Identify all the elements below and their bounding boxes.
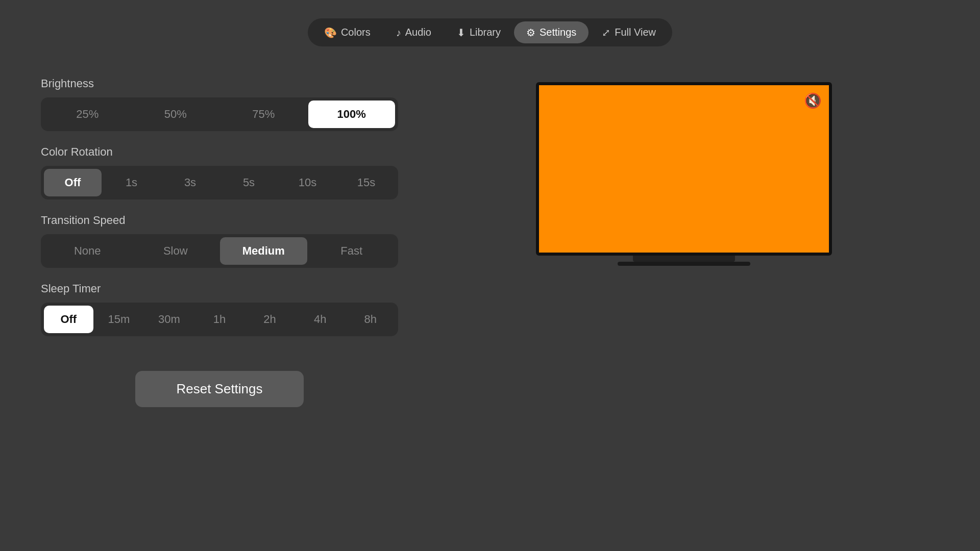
nav-item-fullview[interactable]: ⤢ Full View: [590, 21, 668, 43]
main-content: Brightness 25% 50% 75% 100% Color Rotati…: [0, 46, 980, 428]
audio-icon: ♪: [396, 28, 401, 38]
speed-medium[interactable]: Medium: [220, 237, 307, 265]
brightness-25[interactable]: 25%: [44, 101, 131, 128]
library-icon: ⬇: [457, 28, 465, 38]
nav-item-settings[interactable]: ⚙ Settings: [514, 21, 589, 43]
rotation-off[interactable]: Off: [44, 169, 102, 196]
tv-screen: 🔇: [536, 82, 832, 256]
sleep-timer-label: Sleep Timer: [41, 282, 398, 295]
tv-frame: 🔇: [536, 82, 832, 266]
reset-button-container: Reset Settings: [41, 371, 398, 407]
timer-15m[interactable]: 15m: [94, 306, 144, 333]
nav-pill-container: 🎨 Colors ♪ Audio ⬇ Library ⚙ Settings ⤢ …: [308, 18, 672, 46]
transition-speed-section: Transition Speed None Slow Medium Fast: [41, 214, 398, 268]
color-rotation-section: Color Rotation Off 1s 3s 5s 10s 15: [41, 145, 398, 199]
sleep-timer-section: Sleep Timer Off 15m 30m 1h 2h 4h: [41, 282, 398, 336]
nav-label-colors: Colors: [341, 27, 371, 38]
mute-icon: 🔇: [804, 92, 822, 109]
nav-item-audio[interactable]: ♪ Audio: [384, 21, 444, 43]
color-rotation-control: Off 1s 3s 5s 10s 15s: [41, 166, 398, 199]
brightness-50[interactable]: 50%: [132, 101, 219, 128]
speed-none[interactable]: None: [44, 237, 131, 265]
brightness-75[interactable]: 75%: [220, 101, 307, 128]
nav-label-settings: Settings: [540, 27, 576, 38]
tv-stand: [633, 256, 735, 262]
top-nav: 🎨 Colors ♪ Audio ⬇ Library ⚙ Settings ⤢ …: [0, 0, 980, 46]
transition-speed-control: None Slow Medium Fast: [41, 234, 398, 268]
nav-label-library: Library: [470, 27, 501, 38]
nav-item-colors[interactable]: 🎨 Colors: [312, 21, 383, 43]
nav-label-fullview: Full View: [615, 27, 656, 38]
rotation-1s[interactable]: 1s: [103, 169, 160, 196]
color-rotation-label: Color Rotation: [41, 145, 398, 159]
brightness-label: Brightness: [41, 77, 398, 90]
settings-panel: Brightness 25% 50% 75% 100% Color Rotati…: [41, 77, 398, 407]
rotation-15s[interactable]: 15s: [337, 169, 395, 196]
timer-30m[interactable]: 30m: [144, 306, 194, 333]
brightness-control: 25% 50% 75% 100%: [41, 97, 398, 131]
rotation-3s[interactable]: 3s: [161, 169, 219, 196]
timer-2h[interactable]: 2h: [245, 306, 295, 333]
nav-label-audio: Audio: [405, 27, 431, 38]
speed-slow[interactable]: Slow: [132, 237, 219, 265]
sleep-timer-control: Off 15m 30m 1h 2h 4h 8h: [41, 303, 398, 336]
fullview-icon: ⤢: [602, 28, 610, 38]
tv-base: [618, 262, 750, 266]
tv-preview-panel: 🔇: [429, 77, 939, 266]
timer-1h[interactable]: 1h: [195, 306, 244, 333]
rotation-10s[interactable]: 10s: [279, 169, 336, 196]
colors-icon: 🎨: [324, 28, 337, 38]
nav-item-library[interactable]: ⬇ Library: [445, 21, 513, 43]
brightness-section: Brightness 25% 50% 75% 100%: [41, 77, 398, 131]
brightness-100[interactable]: 100%: [308, 101, 396, 128]
rotation-5s[interactable]: 5s: [220, 169, 278, 196]
settings-icon: ⚙: [526, 28, 535, 38]
speed-fast[interactable]: Fast: [308, 237, 396, 265]
transition-speed-label: Transition Speed: [41, 214, 398, 227]
reset-settings-button[interactable]: Reset Settings: [135, 371, 303, 407]
timer-off[interactable]: Off: [44, 306, 93, 333]
timer-4h[interactable]: 4h: [296, 306, 345, 333]
timer-8h[interactable]: 8h: [346, 306, 395, 333]
